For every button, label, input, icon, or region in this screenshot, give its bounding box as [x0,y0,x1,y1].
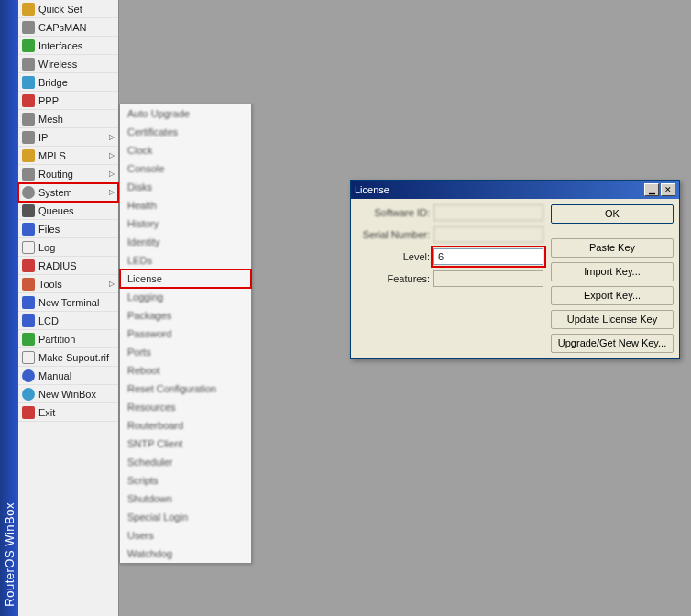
dialog-title-text: License [355,184,642,195]
menu-item-ppp[interactable]: PPP [18,92,118,110]
ok-button[interactable]: OK [551,204,674,224]
submenu-item-identity[interactable]: Identity [120,233,251,251]
submenu-label: Reboot [127,365,159,376]
paste-key-button[interactable]: Paste Key [551,238,674,258]
submenu-item-routerboard[interactable]: Routerboard [120,416,251,434]
submenu-item-resources[interactable]: Resources [120,398,251,416]
menu-item-routing[interactable]: Routing▷ [18,165,118,183]
menu-item-interfaces[interactable]: Interfaces [18,37,118,55]
update-license-button[interactable]: Update License Key [551,310,674,329]
menu-label: Bridge [38,77,115,88]
submenu-label: History [127,218,159,229]
submenu-item-sntp-client[interactable]: SNTP Client [120,434,251,453]
menu-item-queues[interactable]: Queues [18,202,118,220]
submenu-label: Users [127,530,154,541]
upgrade-key-button[interactable]: Upgrade/Get New Key... [551,334,674,353]
submenu-label: Resources [127,402,176,412]
dialog-body: Software ID: Serial Number: Level: 6 Fea… [351,199,679,358]
export-key-button[interactable]: Export Key... [551,286,674,305]
menu-item-new-terminal[interactable]: New Terminal [18,293,118,312]
menu-label: Wireless [38,59,115,70]
submenu-label: License [127,273,162,284]
menu-item-partition[interactable]: Partition [18,330,118,348]
dialog-fields: Software ID: Serial Number: Level: 6 Fea… [356,204,543,353]
submenu-item-shutdown[interactable]: Shutdown [120,490,251,508]
menu-item-tools[interactable]: Tools▷ [18,275,118,293]
menu-label: Files [38,224,115,235]
import-key-button[interactable]: Import Key... [551,262,674,281]
submenu-item-license[interactable]: License [120,270,251,288]
menu-item-system[interactable]: System▷ [18,183,118,202]
dialog-titlebar[interactable]: License ▁ ✕ [351,181,679,199]
interfaces-icon [22,39,35,52]
submenu-item-console[interactable]: Console [120,160,251,178]
log-icon [22,241,35,254]
submenu-item-leds[interactable]: LEDs [120,251,251,270]
submenu-label: Logging [127,292,163,302]
menu-item-bridge[interactable]: Bridge [18,73,118,92]
submenu-label: Routerboard [127,420,183,431]
license-dialog: License ▁ ✕ Software ID: Serial Number: … [350,180,680,359]
submenu-label: Ports [127,346,151,358]
new-terminal-icon [22,296,35,309]
field-level: 6 [433,248,543,265]
menu-label: New Terminal [38,297,115,308]
submenu-item-watchdog[interactable]: Watchdog [120,544,251,563]
submenu-item-password[interactable]: Password [120,324,251,343]
submenu-label: Reset Configuration [127,383,216,394]
dialog-buttons: OK Paste Key Import Key... Export Key...… [551,204,674,353]
submenu-item-users[interactable]: Users [120,526,251,544]
wireless-icon [22,58,35,71]
submenu-item-packages[interactable]: Packages [120,306,251,324]
menu-item-mesh[interactable]: Mesh [18,110,118,128]
close-icon[interactable]: ✕ [661,183,675,196]
submenu-label: Disks [127,182,152,192]
submenu-item-clock[interactable]: Clock [120,141,251,160]
minimize-icon[interactable]: ▁ [644,183,659,196]
menu-item-wireless[interactable]: Wireless [18,55,118,73]
menu-item-exit[interactable]: Exit [18,403,118,422]
menu-label: Tools [38,279,107,290]
new-winbox-icon [22,388,35,401]
submenu-item-scheduler[interactable]: Scheduler [120,453,251,471]
menu-label: Manual [38,370,115,381]
mpls-icon [22,149,35,162]
submenu-label: LEDs [127,255,152,266]
menu-item-manual[interactable]: Manual [18,367,118,385]
submenu-item-scripts[interactable]: Scripts [120,471,251,490]
menu-item-quick-set[interactable]: Quick Set [18,0,118,18]
make-supout-rif-icon [22,351,35,364]
menu-item-make-supout-rif[interactable]: Make Supout.rif [18,348,118,367]
menu-item-radius[interactable]: RADIUS [18,257,118,275]
submenu-item-logging[interactable]: Logging [120,288,251,306]
submenu-item-ports[interactable]: Ports [120,343,251,361]
menu-label: MPLS [38,150,107,161]
submenu-item-special-login[interactable]: Special Login [120,508,251,526]
routing-icon [22,168,35,181]
main-menu: Quick SetCAPsMANInterfacesWirelessBridge… [18,0,119,616]
menu-item-files[interactable]: Files [18,220,118,238]
submenu-item-reboot[interactable]: Reboot [120,361,251,380]
menu-item-mpls[interactable]: MPLS▷ [18,147,118,165]
menu-item-new-winbox[interactable]: New WinBox [18,385,118,403]
menu-item-lcd[interactable]: LCD [18,312,118,330]
lcd-icon [22,314,35,327]
submenu-item-disks[interactable]: Disks [120,178,251,196]
label-serial-number: Serial Number: [356,226,430,243]
menu-item-capsman[interactable]: CAPsMAN [18,18,118,37]
submenu-item-health[interactable]: Health [120,196,251,214]
queues-icon [22,204,35,217]
menu-label: Interfaces [38,40,115,51]
submenu-label: Shutdown [127,493,172,504]
submenu-item-reset-configuration[interactable]: Reset Configuration [120,380,251,398]
submenu-item-history[interactable]: History [120,214,251,233]
menu-item-log[interactable]: Log [18,238,118,257]
menu-label: RADIUS [38,260,115,271]
menu-label: Quick Set [38,4,115,15]
menu-item-ip[interactable]: IP▷ [18,128,118,147]
submenu-item-auto-upgrade[interactable]: Auto Upgrade [120,104,251,123]
chevron-right-icon: ▷ [109,133,115,141]
menu-label: PPP [38,95,115,106]
sidebar-strip: RouterOS WinBox [0,0,18,616]
submenu-item-certificates[interactable]: Certificates [120,123,251,141]
